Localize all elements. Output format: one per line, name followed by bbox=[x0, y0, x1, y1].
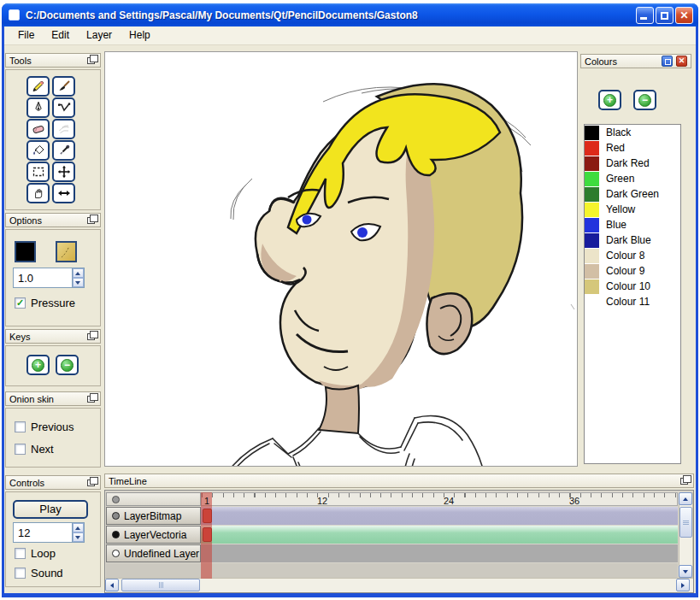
timeline-float-icon[interactable] bbox=[680, 478, 688, 485]
menu-edit[interactable]: Edit bbox=[43, 27, 78, 44]
colour-row[interactable]: Colour 10 bbox=[585, 279, 680, 294]
all-layers-visibility-icon[interactable] bbox=[112, 496, 120, 503]
vector-track[interactable] bbox=[201, 526, 678, 544]
keys-float-icon[interactable] bbox=[87, 333, 95, 340]
select-tool-button[interactable] bbox=[26, 162, 50, 182]
tools-float-icon[interactable] bbox=[87, 57, 95, 64]
close-button[interactable]: ✕ bbox=[675, 7, 693, 24]
pencil-icon bbox=[32, 79, 45, 93]
pencil-tool-button[interactable] bbox=[26, 76, 50, 97]
stroke-preview-icon bbox=[57, 243, 75, 261]
fps-up-button[interactable] bbox=[73, 523, 84, 532]
stretch-tool-button[interactable] bbox=[52, 183, 75, 203]
plus-icon: + bbox=[603, 94, 616, 107]
colour-row[interactable]: Green bbox=[585, 171, 680, 186]
onion-previous-row: Previous bbox=[15, 421, 74, 433]
add-colour-button[interactable]: + bbox=[598, 90, 621, 110]
controls-panel-titlebar[interactable]: Controls bbox=[5, 475, 101, 490]
timeline-row-undefined[interactable]: Undefined Layer bbox=[106, 544, 678, 562]
colour-row[interactable]: Dark Red bbox=[585, 156, 680, 171]
onion-panel-titlebar[interactable]: Onion skin bbox=[5, 391, 101, 406]
up-arrow-icon bbox=[683, 497, 688, 501]
onion-float-icon[interactable] bbox=[87, 396, 95, 403]
timeline-vertical-scrollbar[interactable] bbox=[679, 492, 693, 578]
tools-panel-titlebar[interactable]: Tools bbox=[5, 53, 101, 68]
colour-row[interactable]: Blue bbox=[585, 217, 680, 232]
maximize-button[interactable] bbox=[656, 7, 674, 24]
previous-checkbox[interactable] bbox=[15, 421, 26, 432]
hand-tool-button[interactable] bbox=[26, 183, 50, 203]
minimize-button[interactable] bbox=[636, 7, 654, 24]
pressure-checkbox[interactable]: ✓ bbox=[15, 297, 26, 309]
colour-row[interactable]: Dark Green bbox=[585, 186, 680, 202]
move-tool-button[interactable] bbox=[52, 162, 75, 182]
colour-row[interactable]: Red bbox=[585, 140, 680, 156]
timeline-row-vector[interactable]: LayerVectoria bbox=[106, 526, 678, 544]
scroll-left-button[interactable] bbox=[105, 579, 119, 591]
menu-file[interactable]: File bbox=[9, 27, 43, 44]
layer-visibility-icon[interactable] bbox=[112, 550, 120, 557]
colours-float-button[interactable] bbox=[662, 56, 673, 67]
colour-row[interactable]: Black bbox=[585, 125, 680, 140]
colour-row[interactable]: Colour 9 bbox=[585, 263, 680, 279]
ruler-number: 1 bbox=[204, 496, 209, 506]
add-key-button[interactable]: + bbox=[26, 355, 50, 375]
layer-label-undefined[interactable]: Undefined Layer bbox=[106, 544, 201, 562]
timeline-horizontal-scrollbar[interactable] bbox=[105, 578, 693, 592]
menu-layer[interactable]: Layer bbox=[78, 27, 121, 44]
options-float-icon[interactable] bbox=[87, 217, 95, 224]
sound-checkbox[interactable] bbox=[15, 568, 26, 579]
fps-input[interactable] bbox=[14, 523, 72, 542]
pen-tool-button[interactable] bbox=[26, 97, 50, 118]
loop-checkbox[interactable] bbox=[15, 548, 26, 559]
onion-panel-title: Onion skin bbox=[9, 394, 87, 404]
controls-float-icon[interactable] bbox=[87, 479, 95, 486]
options-panel-body: ✓ Pressure bbox=[5, 229, 101, 326]
scroll-right-button[interactable] bbox=[676, 579, 690, 591]
layer-label-vector[interactable]: LayerVectoria bbox=[106, 526, 201, 544]
next-label: Next bbox=[31, 443, 54, 456]
layer-visibility-icon[interactable] bbox=[112, 531, 120, 538]
colours-panel-titlebar[interactable]: Colours ✕ bbox=[580, 54, 691, 68]
colour-row[interactable]: Colour 8 bbox=[585, 248, 680, 263]
smudge-tool-button[interactable] bbox=[52, 119, 75, 139]
horizontal-scroll-thumb[interactable] bbox=[121, 579, 200, 591]
remove-key-button[interactable]: − bbox=[56, 355, 79, 375]
colour-row[interactable]: Yellow bbox=[585, 202, 680, 217]
colour-row[interactable]: Dark Blue bbox=[585, 232, 680, 248]
play-button[interactable]: Play bbox=[13, 500, 88, 519]
timeline-row-bitmap[interactable]: LayerBitmap bbox=[106, 507, 678, 525]
titlebar[interactable]: C:/Documents and Settings/Pascal/My Docu… bbox=[2, 3, 698, 26]
undefined-track[interactable] bbox=[201, 544, 678, 562]
fps-down-button[interactable] bbox=[73, 532, 84, 542]
polyline-icon bbox=[57, 101, 71, 115]
app-icon bbox=[9, 9, 20, 21]
stroke-width-down-button[interactable] bbox=[73, 278, 84, 287]
eraser-tool-button[interactable] bbox=[26, 119, 50, 139]
brush-tool-button[interactable] bbox=[52, 76, 75, 97]
layer-label-bitmap[interactable]: LayerBitmap bbox=[106, 507, 201, 525]
scroll-up-button[interactable] bbox=[679, 492, 692, 505]
timeline-ruler[interactable]: 1 12 24 36 bbox=[201, 492, 678, 506]
layer-visibility-icon[interactable] bbox=[112, 512, 120, 520]
options-panel-titlebar[interactable]: Options bbox=[5, 213, 101, 227]
remove-colour-button[interactable]: − bbox=[633, 90, 656, 110]
polyline-tool-button[interactable] bbox=[52, 97, 75, 118]
next-checkbox[interactable] bbox=[15, 444, 26, 455]
eyedropper-tool-button[interactable] bbox=[52, 140, 75, 161]
colour-row[interactable]: Colour 11 bbox=[585, 294, 680, 309]
stroke-preview-button[interactable] bbox=[56, 241, 77, 262]
stroke-width-up-button[interactable] bbox=[73, 268, 84, 278]
stroke-width-input[interactable] bbox=[14, 268, 72, 287]
menu-help[interactable]: Help bbox=[121, 27, 159, 44]
timeline-body: 1 12 24 36 LayerBitmap LayerVectoria bbox=[104, 490, 694, 593]
keys-panel-titlebar[interactable]: Keys bbox=[5, 329, 101, 344]
timeline-panel-titlebar[interactable]: TimeLine bbox=[104, 474, 694, 488]
drawing-canvas[interactable] bbox=[104, 51, 578, 467]
scroll-down-button[interactable] bbox=[679, 565, 692, 578]
vertical-scroll-thumb[interactable] bbox=[679, 507, 692, 538]
bitmap-track[interactable] bbox=[201, 507, 678, 525]
bucket-tool-button[interactable] bbox=[26, 140, 50, 161]
current-colour-swatch[interactable] bbox=[15, 241, 36, 262]
colours-close-button[interactable]: ✕ bbox=[676, 56, 687, 67]
